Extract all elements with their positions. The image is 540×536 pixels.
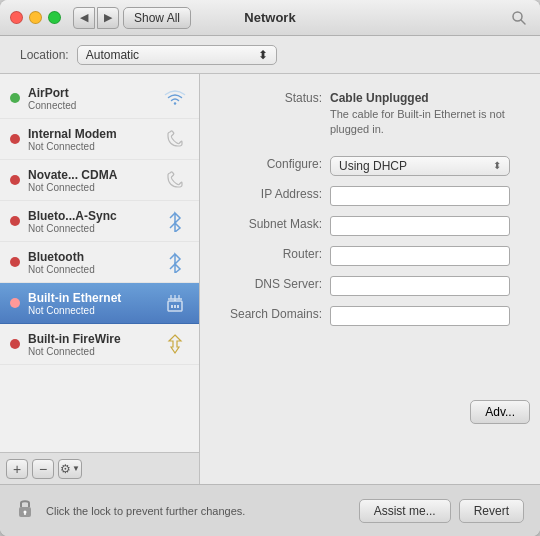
bottom-bar: Click the lock to prevent further change…: [0, 484, 540, 536]
status-row: Status: Cable Unplugged The cable for Bu…: [220, 90, 520, 138]
configure-value: Using DHCP: [339, 159, 407, 173]
network-name-modem: Internal Modem: [28, 127, 161, 141]
network-status-ethernet: Not Connected: [28, 305, 161, 316]
search-input[interactable]: [330, 306, 510, 326]
network-name-cdma: Novate... CDMA: [28, 168, 161, 182]
status-dot-cdma: [10, 175, 20, 185]
revert-button[interactable]: Revert: [459, 499, 524, 523]
router-row: Router:: [220, 246, 520, 266]
advanced-button[interactable]: Adv...: [470, 400, 530, 424]
network-status-btasync: Not Connected: [28, 223, 161, 234]
nav-buttons: ◀ ▶: [73, 7, 119, 29]
firewire-icon: [161, 330, 189, 358]
phone-cdma-icon: [161, 166, 189, 194]
network-info-btasync: Blueto...A-Sync Not Connected: [28, 209, 161, 234]
subnet-label: Subnet Mask:: [220, 216, 330, 236]
svg-line-1: [521, 20, 525, 24]
network-item-firewire[interactable]: Built-in FireWire Not Connected: [0, 324, 199, 365]
dns-input[interactable]: [330, 276, 510, 296]
add-network-button[interactable]: +: [6, 459, 28, 479]
phone-modem-icon: [161, 125, 189, 153]
ip-input[interactable]: [330, 186, 510, 206]
advanced-area: Adv...: [200, 472, 540, 484]
network-info-cdma: Novate... CDMA Not Connected: [28, 168, 161, 193]
network-name-bluetooth: Bluetooth: [28, 250, 161, 264]
traffic-lights: [10, 11, 61, 24]
network-item-modem[interactable]: Internal Modem Not Connected: [0, 119, 199, 160]
wifi-icon: [161, 84, 189, 112]
window-title: Network: [244, 10, 295, 25]
router-label: Router:: [220, 246, 330, 266]
network-name-airport: AirPort: [28, 86, 161, 100]
show-all-button[interactable]: Show All: [123, 7, 191, 29]
configure-arrow-icon: ⬍: [493, 160, 501, 171]
svg-rect-5: [177, 305, 179, 308]
ip-label: IP Address:: [220, 186, 330, 206]
search-label: Search Domains:: [220, 306, 330, 326]
svg-rect-3: [171, 305, 173, 308]
network-info-modem: Internal Modem Not Connected: [28, 127, 161, 152]
configure-row: Configure: Using DHCP ⬍: [220, 156, 520, 176]
assist-me-button[interactable]: Assist me...: [359, 499, 451, 523]
status-value: Cable Unplugged: [330, 90, 520, 107]
maximize-button[interactable]: [48, 11, 61, 24]
subnet-input[interactable]: [330, 216, 510, 236]
network-window: ◀ ▶ Show All Network Location: Automatic…: [0, 0, 540, 536]
network-name-btasync: Blueto...A-Sync: [28, 209, 161, 223]
location-bar: Location: Automatic ⬍: [0, 36, 540, 74]
network-status-bluetooth: Not Connected: [28, 264, 161, 275]
lock-icon[interactable]: [16, 497, 34, 524]
status-description: The cable for Built-in Ethernet is not p…: [330, 107, 520, 138]
status-dot-firewire: [10, 339, 20, 349]
status-dot-airport: [10, 93, 20, 103]
dns-row: DNS Server:: [220, 276, 520, 296]
main-content: AirPort Connected: [0, 74, 540, 484]
sidebar-toolbar: + − ⚙ ▼: [0, 452, 199, 484]
network-item-btasync[interactable]: Blueto...A-Sync Not Connected: [0, 201, 199, 242]
remove-network-button[interactable]: −: [32, 459, 54, 479]
network-info-ethernet: Built-in Ethernet Not Connected: [28, 291, 161, 316]
lock-text: Click the lock to prevent further change…: [46, 505, 351, 517]
detail-wrapper: Status: Cable Unplugged The cable for Bu…: [200, 74, 540, 484]
location-arrow-icon: ⬍: [258, 48, 268, 62]
bluetooth-icon: [161, 248, 189, 276]
search-row: Search Domains:: [220, 306, 520, 326]
router-input[interactable]: [330, 246, 510, 266]
search-icon[interactable]: [508, 7, 530, 29]
sidebar: AirPort Connected: [0, 74, 200, 484]
ethernet-icon: [161, 289, 189, 317]
back-button[interactable]: ◀: [73, 7, 95, 29]
network-status-firewire: Not Connected: [28, 346, 161, 357]
bluetooth-async-icon: [161, 207, 189, 235]
configure-label: Configure:: [220, 156, 330, 176]
titlebar: ◀ ▶ Show All Network: [0, 0, 540, 36]
location-value: Automatic: [86, 48, 139, 62]
forward-button[interactable]: ▶: [97, 7, 119, 29]
network-name-firewire: Built-in FireWire: [28, 332, 161, 346]
subnet-row: Subnet Mask:: [220, 216, 520, 236]
network-item-airport[interactable]: AirPort Connected: [0, 78, 199, 119]
status-dot-modem: [10, 134, 20, 144]
location-dropdown[interactable]: Automatic ⬍: [77, 45, 277, 65]
status-dot-ethernet: [10, 298, 20, 308]
status-dot-btasync: [10, 216, 20, 226]
network-status-cdma: Not Connected: [28, 182, 161, 193]
location-label: Location:: [20, 48, 69, 62]
network-info-bluetooth: Bluetooth Not Connected: [28, 250, 161, 275]
network-item-bluetooth[interactable]: Bluetooth Not Connected: [0, 242, 199, 283]
close-button[interactable]: [10, 11, 23, 24]
status-dot-bluetooth: [10, 257, 20, 267]
network-item-cdma[interactable]: Novate... CDMA Not Connected: [0, 160, 199, 201]
network-status-modem: Not Connected: [28, 141, 161, 152]
gear-menu-button[interactable]: ⚙ ▼: [58, 459, 82, 479]
status-label: Status:: [220, 90, 330, 138]
gear-icon: ⚙: [60, 462, 71, 476]
network-name-ethernet: Built-in Ethernet: [28, 291, 161, 305]
gear-arrow-icon: ▼: [72, 464, 80, 473]
minimize-button[interactable]: [29, 11, 42, 24]
network-status-airport: Connected: [28, 100, 161, 111]
ip-row: IP Address:: [220, 186, 520, 206]
network-item-ethernet[interactable]: Built-in Ethernet Not Connected: [0, 283, 199, 324]
network-info-firewire: Built-in FireWire Not Connected: [28, 332, 161, 357]
configure-dropdown[interactable]: Using DHCP ⬍: [330, 156, 510, 176]
